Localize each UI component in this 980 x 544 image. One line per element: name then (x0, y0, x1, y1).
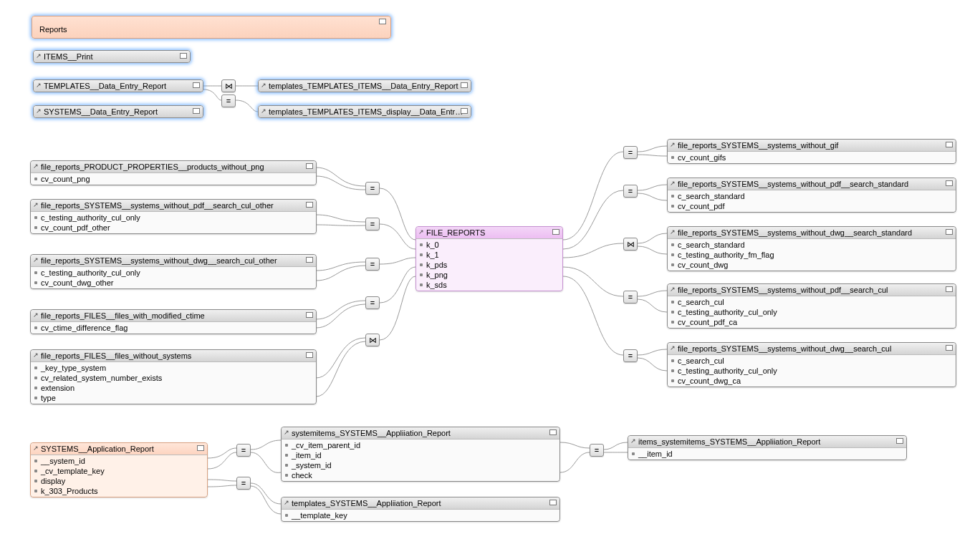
field: k_pds (416, 260, 562, 270)
title: FILE_REPORTS (426, 228, 485, 237)
title: TEMPLATES__Data_Entry_Report (44, 82, 166, 90)
op-join[interactable]: ⋈ (365, 334, 380, 346)
node-sys-without-pdf-cul[interactable]: file_reports_SYSTEMS__systems_without_pd… (30, 199, 317, 234)
title: templates_TEMPLATES_ITEMS_display__Data_… (269, 107, 471, 116)
field: c_testing_authority_cul_only (31, 268, 316, 278)
collapse-icon[interactable] (946, 286, 953, 292)
node-items-print[interactable]: ITEMS__Print (33, 50, 191, 63)
node-sys-without-dwg-std[interactable]: file_reports_SYSTEMS__systems_without_dw… (667, 226, 956, 271)
title: file_reports_PRODUCT_PROPERTIES__product… (41, 162, 264, 171)
field: display (31, 476, 207, 486)
field: c_search_cul (668, 297, 956, 307)
collapse-icon[interactable] (306, 202, 313, 208)
title: file_reports_FILES__files_with_modified_… (41, 311, 205, 320)
title: file_reports_SYSTEMS__systems_without_gi… (678, 141, 838, 150)
collapse-icon[interactable] (946, 229, 953, 235)
node-systems-app-report[interactable]: SYSTEMS__Application_Report __system_id … (30, 442, 208, 497)
field: c_testing_authority_fm_flag (668, 250, 956, 260)
node-sys-without-dwg-cul[interactable]: file_reports_SYSTEMS__systems_without_dw… (30, 254, 317, 289)
field: type (31, 393, 316, 403)
node-templates-sys-app[interactable]: templates_SYSTEMS__Appliiation_Report __… (281, 497, 560, 522)
op-equal[interactable]: = (623, 349, 638, 362)
node-templates-items-display-der[interactable]: templates_TEMPLATES_ITEMS_display__Data_… (258, 105, 471, 118)
collapse-icon[interactable] (946, 142, 953, 147)
title: SYSTEMS__Data_Entry_Report (44, 107, 158, 116)
title: file_reports_SYSTEMS__systems_without_dw… (678, 228, 912, 237)
collapse-icon[interactable] (896, 438, 903, 444)
field: cv_count_pdf_ca (668, 317, 956, 327)
op-equal[interactable]: = (623, 291, 638, 303)
node-sys-without-pdf-cul-r[interactable]: file_reports_SYSTEMS__systems_without_pd… (667, 283, 956, 329)
collapse-icon[interactable] (306, 312, 313, 318)
field: c_search_standard (668, 240, 956, 250)
op-equal[interactable]: = (365, 218, 380, 230)
op-equal[interactable]: = (623, 146, 638, 159)
collapse-icon[interactable] (549, 429, 557, 435)
op-join[interactable]: ⋈ (221, 79, 236, 92)
title: templates_SYSTEMS__Appliiation_Report (292, 499, 441, 507)
collapse-icon[interactable] (461, 82, 468, 88)
field: k_png (416, 270, 562, 280)
field: _key_type_system (31, 363, 316, 373)
op-equal[interactable]: = (365, 296, 380, 309)
node-products-without-png[interactable]: file_reports_PRODUCT_PROPERTIES__product… (30, 160, 317, 185)
op-equal[interactable]: = (236, 444, 251, 457)
collapse-icon[interactable] (946, 180, 953, 186)
field: cv_count_pdf_other (31, 223, 316, 233)
field: c_search_cul (668, 356, 956, 366)
title: file_reports_FILES__files_without_system… (41, 351, 191, 360)
field: cv_count_dwg_ca (668, 376, 956, 386)
op-equal[interactable]: = (365, 182, 380, 195)
op-join[interactable]: ⋈ (623, 238, 638, 251)
node-items-systemitems-app[interactable]: items_systemitems_SYSTEMS__Appliiation_R… (628, 435, 907, 460)
collapse-icon[interactable] (552, 229, 559, 235)
field: extension (31, 383, 316, 393)
collapse-icon[interactable] (197, 445, 204, 451)
title: items_systemitems_SYSTEMS__Appliiation_R… (638, 437, 820, 446)
field: k_sds (416, 280, 562, 290)
field: k_303_Products (31, 486, 207, 496)
node-templates-der[interactable]: TEMPLATES__Data_Entry_Report (33, 79, 203, 92)
collapse-icon[interactable] (180, 53, 187, 59)
collapse-icon[interactable] (379, 19, 386, 24)
collapse-icon[interactable] (549, 500, 557, 505)
collapse-icon[interactable] (306, 352, 313, 358)
field: _item_id (282, 450, 559, 460)
node-sys-without-pdf-std[interactable]: file_reports_SYSTEMS__systems_without_pd… (667, 178, 956, 213)
node-files-modified-ctime[interactable]: file_reports_FILES__files_with_modified_… (30, 309, 317, 334)
reports-header[interactable]: Reports (32, 16, 391, 39)
node-templates-items-der[interactable]: templates_TEMPLATES_ITEMS__Data_Entry_Re… (258, 79, 471, 92)
field: c_testing_authority_cul_only (31, 213, 316, 223)
field: cv_related_system_number_exists (31, 373, 316, 383)
field: check (282, 470, 559, 480)
node-sys-without-gif[interactable]: file_reports_SYSTEMS__systems_without_gi… (667, 139, 956, 164)
field: __item_id (628, 449, 906, 459)
op-equal[interactable]: = (221, 94, 236, 107)
collapse-icon[interactable] (193, 82, 200, 88)
field: cv_count_dwg (668, 260, 956, 270)
op-equal[interactable]: = (623, 185, 638, 198)
op-equal[interactable]: = (365, 258, 380, 271)
collapse-icon[interactable] (946, 345, 953, 351)
title: systemitems_SYSTEMS__Appliiation_Report (292, 429, 451, 437)
title: ITEMS__Print (44, 52, 92, 61)
node-systemitems-app[interactable]: systemitems_SYSTEMS__Appliiation_Report … (281, 427, 560, 482)
op-equal[interactable]: = (590, 444, 604, 457)
field: c_search_standard (668, 191, 956, 201)
reports-label: Reports (39, 25, 67, 34)
title: file_reports_SYSTEMS__systems_without_dw… (41, 256, 277, 265)
title: file_reports_SYSTEMS__systems_without_pd… (41, 201, 274, 210)
field: __system_id (31, 456, 207, 466)
collapse-icon[interactable] (306, 257, 313, 263)
field: cv_count_png (31, 174, 316, 184)
collapse-icon[interactable] (306, 163, 313, 169)
node-file-reports[interactable]: FILE_REPORTS k_0 k_1 k_pds k_png k_sds (415, 226, 563, 291)
node-systems-der[interactable]: SYSTEMS__Data_Entry_Report (33, 105, 203, 118)
op-equal[interactable]: = (236, 477, 251, 490)
field: _cv_template_key (31, 466, 207, 476)
collapse-icon[interactable] (193, 108, 200, 114)
field: cv_count_pdf (668, 201, 956, 211)
collapse-icon[interactable] (461, 108, 468, 114)
node-sys-without-dwg-cul-r[interactable]: file_reports_SYSTEMS__systems_without_dw… (667, 342, 956, 387)
node-files-without-systems[interactable]: file_reports_FILES__files_without_system… (30, 349, 317, 404)
